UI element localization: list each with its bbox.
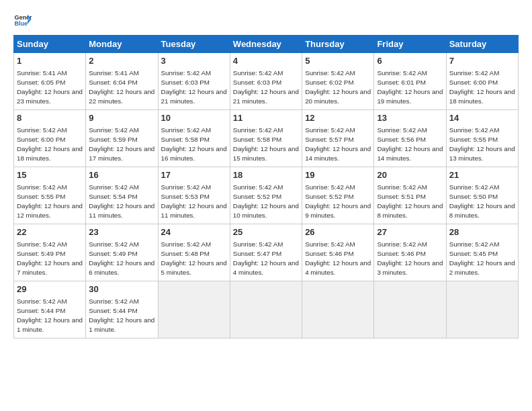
calendar-cell xyxy=(230,281,302,338)
calendar-cell: 20 Sunrise: 5:42 AMSunset: 5:51 PMDaylig… xyxy=(374,167,446,224)
day-number: 25 xyxy=(233,226,299,238)
day-header-tuesday: Tuesday xyxy=(158,36,230,53)
calendar-cell: 1 Sunrise: 5:41 AMSunset: 6:05 PMDayligh… xyxy=(14,53,86,110)
calendar-cell xyxy=(158,281,230,338)
calendar-cell: 7 Sunrise: 5:42 AMSunset: 6:00 PMDayligh… xyxy=(446,53,518,110)
day-info: Sunrise: 5:42 AMSunset: 5:52 PMDaylight:… xyxy=(233,183,299,220)
day-number: 17 xyxy=(161,169,227,181)
day-info: Sunrise: 5:42 AMSunset: 5:54 PMDaylight:… xyxy=(89,183,154,220)
day-header-monday: Monday xyxy=(86,36,158,53)
day-info: Sunrise: 5:42 AMSunset: 5:56 PMDaylight:… xyxy=(377,126,443,163)
calendar-cell: 8 Sunrise: 5:42 AMSunset: 6:00 PMDayligh… xyxy=(14,110,86,167)
day-info: Sunrise: 5:42 AMSunset: 6:03 PMDaylight:… xyxy=(233,69,299,105)
svg-text:Blue: Blue xyxy=(14,20,28,27)
calendar-cell: 10 Sunrise: 5:42 AMSunset: 5:58 PMDaylig… xyxy=(158,110,230,167)
day-number: 23 xyxy=(89,226,154,238)
day-number: 28 xyxy=(449,226,515,238)
day-info: Sunrise: 5:42 AMSunset: 5:58 PMDaylight:… xyxy=(161,126,227,163)
day-number: 24 xyxy=(161,226,227,238)
day-number: 26 xyxy=(305,226,371,238)
calendar-cell: 11 Sunrise: 5:42 AMSunset: 5:58 PMDaylig… xyxy=(230,110,302,167)
calendar-cell: 18 Sunrise: 5:42 AMSunset: 5:52 PMDaylig… xyxy=(230,167,302,224)
day-number: 10 xyxy=(161,112,227,124)
day-info: Sunrise: 5:42 AMSunset: 6:03 PMDaylight:… xyxy=(161,69,227,105)
day-info: Sunrise: 5:42 AMSunset: 5:57 PMDaylight:… xyxy=(305,126,371,163)
calendar-cell xyxy=(446,281,518,338)
logo: General Blue xyxy=(13,11,35,30)
day-number: 5 xyxy=(305,55,371,67)
day-info: Sunrise: 5:42 AMSunset: 5:49 PMDaylight:… xyxy=(89,240,154,277)
calendar-cell: 17 Sunrise: 5:42 AMSunset: 5:53 PMDaylig… xyxy=(158,167,230,224)
calendar-cell: 14 Sunrise: 5:42 AMSunset: 5:55 PMDaylig… xyxy=(446,110,518,167)
day-info: Sunrise: 5:42 AMSunset: 5:59 PMDaylight:… xyxy=(89,126,154,163)
calendar-cell: 12 Sunrise: 5:42 AMSunset: 5:57 PMDaylig… xyxy=(302,110,374,167)
day-number: 9 xyxy=(89,112,154,124)
calendar-cell: 23 Sunrise: 5:42 AMSunset: 5:49 PMDaylig… xyxy=(86,224,158,281)
calendar-cell: 5 Sunrise: 5:42 AMSunset: 6:02 PMDayligh… xyxy=(302,53,374,110)
calendar-header-row: SundayMondayTuesdayWednesdayThursdayFrid… xyxy=(14,36,519,53)
day-header-saturday: Saturday xyxy=(446,36,518,53)
day-number: 11 xyxy=(233,112,299,124)
page-container: General Blue SundayMondayTuesdayWednesda… xyxy=(0,0,532,345)
calendar-cell: 25 Sunrise: 5:42 AMSunset: 5:47 PMDaylig… xyxy=(230,224,302,281)
calendar-cell: 19 Sunrise: 5:42 AMSunset: 5:52 PMDaylig… xyxy=(302,167,374,224)
day-info: Sunrise: 5:42 AMSunset: 5:46 PMDaylight:… xyxy=(377,240,443,277)
day-number: 12 xyxy=(305,112,371,124)
calendar-cell: 21 Sunrise: 5:42 AMSunset: 5:50 PMDaylig… xyxy=(446,167,518,224)
day-number: 20 xyxy=(377,169,443,181)
day-number: 2 xyxy=(89,55,154,67)
day-info: Sunrise: 5:42 AMSunset: 5:53 PMDaylight:… xyxy=(161,183,227,220)
calendar-cell: 3 Sunrise: 5:42 AMSunset: 6:03 PMDayligh… xyxy=(158,53,230,110)
day-number: 15 xyxy=(17,169,83,181)
calendar-cell: 30 Sunrise: 5:42 AMSunset: 5:44 PMDaylig… xyxy=(86,281,158,338)
day-header-wednesday: Wednesday xyxy=(230,36,302,53)
day-number: 13 xyxy=(377,112,443,124)
calendar-week-row: 15 Sunrise: 5:42 AMSunset: 5:55 PMDaylig… xyxy=(14,167,519,224)
day-info: Sunrise: 5:42 AMSunset: 6:00 PMDaylight:… xyxy=(449,69,515,105)
calendar-cell: 6 Sunrise: 5:42 AMSunset: 6:01 PMDayligh… xyxy=(374,53,446,110)
calendar-cell: 28 Sunrise: 5:42 AMSunset: 5:45 PMDaylig… xyxy=(446,224,518,281)
day-info: Sunrise: 5:41 AMSunset: 6:04 PMDaylight:… xyxy=(89,69,154,105)
day-number: 21 xyxy=(449,169,515,181)
calendar-week-row: 8 Sunrise: 5:42 AMSunset: 6:00 PMDayligh… xyxy=(14,110,519,167)
page-header: General Blue xyxy=(13,11,519,30)
calendar-week-row: 29 Sunrise: 5:42 AMSunset: 5:44 PMDaylig… xyxy=(14,281,519,338)
day-info: Sunrise: 5:42 AMSunset: 6:00 PMDaylight:… xyxy=(17,126,83,163)
day-number: 14 xyxy=(449,112,515,124)
day-number: 19 xyxy=(305,169,371,181)
calendar-cell: 24 Sunrise: 5:42 AMSunset: 5:48 PMDaylig… xyxy=(158,224,230,281)
day-info: Sunrise: 5:42 AMSunset: 6:02 PMDaylight:… xyxy=(305,69,371,105)
day-info: Sunrise: 5:42 AMSunset: 5:44 PMDaylight:… xyxy=(89,298,154,334)
day-number: 30 xyxy=(89,283,154,295)
day-info: Sunrise: 5:42 AMSunset: 5:51 PMDaylight:… xyxy=(377,183,443,220)
day-number: 7 xyxy=(449,55,515,67)
day-header-sunday: Sunday xyxy=(14,36,86,53)
day-info: Sunrise: 5:42 AMSunset: 5:55 PMDaylight:… xyxy=(449,126,515,163)
calendar-cell: 22 Sunrise: 5:42 AMSunset: 5:49 PMDaylig… xyxy=(14,224,86,281)
calendar-cell: 26 Sunrise: 5:42 AMSunset: 5:46 PMDaylig… xyxy=(302,224,374,281)
day-number: 6 xyxy=(377,55,443,67)
calendar-week-row: 22 Sunrise: 5:42 AMSunset: 5:49 PMDaylig… xyxy=(14,224,519,281)
day-number: 27 xyxy=(377,226,443,238)
calendar-table: SundayMondayTuesdayWednesdayThursdayFrid… xyxy=(13,35,519,338)
calendar-cell: 27 Sunrise: 5:42 AMSunset: 5:46 PMDaylig… xyxy=(374,224,446,281)
calendar-cell: 9 Sunrise: 5:42 AMSunset: 5:59 PMDayligh… xyxy=(86,110,158,167)
calendar-cell: 13 Sunrise: 5:42 AMSunset: 5:56 PMDaylig… xyxy=(374,110,446,167)
calendar-cell: 4 Sunrise: 5:42 AMSunset: 6:03 PMDayligh… xyxy=(230,53,302,110)
calendar-week-row: 1 Sunrise: 5:41 AMSunset: 6:05 PMDayligh… xyxy=(14,53,519,110)
day-number: 18 xyxy=(233,169,299,181)
day-info: Sunrise: 5:42 AMSunset: 5:45 PMDaylight:… xyxy=(449,240,515,277)
calendar-cell xyxy=(374,281,446,338)
day-info: Sunrise: 5:42 AMSunset: 5:47 PMDaylight:… xyxy=(233,240,299,277)
day-info: Sunrise: 5:41 AMSunset: 6:05 PMDaylight:… xyxy=(17,69,83,105)
calendar-cell: 2 Sunrise: 5:41 AMSunset: 6:04 PMDayligh… xyxy=(86,53,158,110)
day-number: 4 xyxy=(233,55,299,67)
day-number: 29 xyxy=(17,283,83,295)
day-info: Sunrise: 5:42 AMSunset: 5:46 PMDaylight:… xyxy=(305,240,371,277)
day-header-friday: Friday xyxy=(374,36,446,53)
day-info: Sunrise: 5:42 AMSunset: 5:50 PMDaylight:… xyxy=(449,183,515,220)
day-number: 22 xyxy=(17,226,83,238)
logo-icon: General Blue xyxy=(13,11,32,30)
calendar-cell: 16 Sunrise: 5:42 AMSunset: 5:54 PMDaylig… xyxy=(86,167,158,224)
day-info: Sunrise: 5:42 AMSunset: 6:01 PMDaylight:… xyxy=(377,69,443,105)
